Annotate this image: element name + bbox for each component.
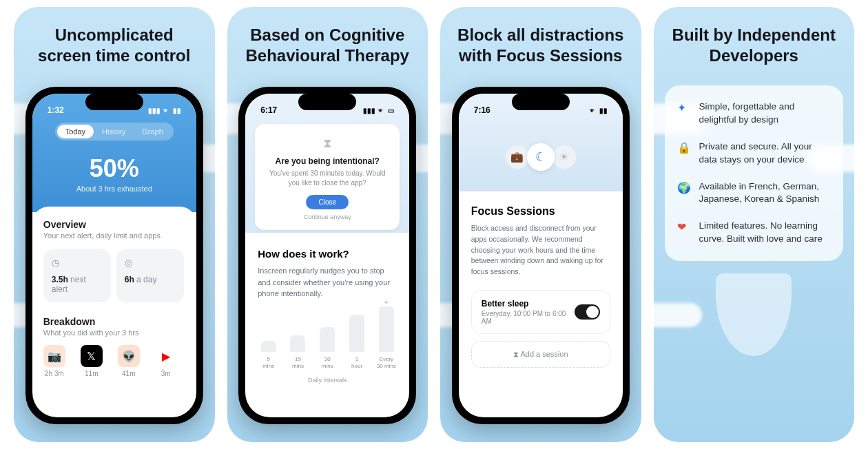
battery-icon: ▮▮ [173, 107, 181, 114]
feature-text: Private and secure. All your data stays … [699, 140, 831, 167]
feature-text: Simple, forgettable and delightful by de… [699, 101, 831, 127]
status-icons: ᯤ ▮▮ [590, 107, 608, 114]
how-desc: Inscreen regularly nudges you to stop an… [258, 265, 397, 300]
feature-icon: ✦ [677, 101, 691, 114]
bar-fill [349, 315, 364, 352]
notch [512, 94, 570, 110]
app-time: 2h 3m [43, 370, 65, 377]
bar-fill [290, 335, 305, 352]
close-button[interactable]: Close [306, 195, 349, 209]
status-icons: ▮▮▮ ᯤ ▮▮ [148, 107, 181, 114]
screenshot-panel-4: Built by Independent Developers ✦ Simple… [654, 7, 855, 442]
phone-frame: 6:17 ▮▮▮ ᯤ ▭ ⧗ Are you being intentional… [238, 87, 416, 424]
feature-icon: 🔒 [677, 141, 691, 154]
continue-link[interactable]: Continue anyway [265, 213, 390, 220]
breakdown-title: Breakdown [43, 316, 185, 327]
feature-text: Available in French, German, Japanese, K… [699, 180, 831, 207]
hourglass-small-icon: ⧗ [513, 350, 519, 358]
bar-fill [379, 306, 394, 352]
x-icon: 𝕏 [81, 345, 103, 367]
headline: Built by Independent Developers [654, 7, 855, 74]
feature-icon: ❤ [677, 220, 691, 233]
battery-icon: ▭ [388, 107, 394, 114]
stat-card[interactable]: ◎ 6h a day [116, 249, 184, 302]
how-title: How does it work? [258, 248, 397, 260]
youtube-icon: ▶ [155, 345, 177, 367]
target-icon: ◎ [125, 258, 176, 268]
clock-icon: ◷ [52, 258, 103, 268]
bar-top-label: ∞ [384, 300, 388, 305]
app-time: 41m [118, 370, 140, 377]
tab-history[interactable]: History [94, 125, 134, 138]
phone-frame: 1:32 ▮▮▮ ᯤ ▮▮ Today History Graph 50% Ab… [25, 87, 203, 424]
battery-icon: ▮▮ [599, 107, 608, 114]
app-item-reddit[interactable]: 👽 41m [118, 345, 140, 377]
interval-bar[interactable]: 1hour [347, 315, 368, 369]
bar-label: 15mins [292, 356, 304, 369]
focus-desc: Block access and disconnect from your ap… [471, 223, 610, 278]
feature-row: ✦ Simple, forgettable and delightful by … [677, 101, 831, 127]
day-mode-icon[interactable]: ☀ [552, 145, 576, 169]
status-icons: ▮▮▮ ᯤ ▭ [363, 107, 394, 114]
tab-today[interactable]: Today [57, 125, 94, 138]
interval-bar[interactable]: 15mins [287, 335, 309, 369]
wifi-icon: ᯤ [378, 107, 385, 114]
status-time: 1:32 [48, 105, 64, 115]
breakdown-sub: What you did with your 3 hrs [43, 328, 185, 337]
percentage: 50% [32, 154, 196, 183]
signal-icon: ▮▮▮ [148, 107, 161, 114]
sleep-mode-icon[interactable]: ☾ [527, 143, 555, 171]
app-item-x[interactable]: 𝕏 11m [81, 345, 103, 377]
session-time: Everyday, 10:00 PM to 6:00 AM [482, 310, 575, 325]
segmented-control[interactable]: Today History Graph [55, 123, 174, 140]
interval-bar[interactable]: 30mins [317, 327, 338, 369]
bar-fill [261, 341, 276, 352]
wifi-icon: ᯤ [590, 107, 597, 114]
screenshot-panel-2: Based on Cognitive Behavioural Therapy 6… [227, 7, 428, 442]
screenshot-panel-3: Block all distractions with Focus Sessio… [440, 7, 641, 442]
tab-graph[interactable]: Graph [134, 125, 172, 138]
app-item-instagram[interactable]: 📷 2h 3m [43, 345, 65, 377]
bar-label: 5mins [262, 356, 274, 369]
modal-title: Are you being intentional? [265, 156, 390, 166]
feature-row: ❤ Limited features. No learning curve. B… [677, 220, 831, 246]
headline: Block all distractions with Focus Sessio… [440, 7, 641, 74]
modal-text: You've spent 30 minutes today. Would you… [265, 169, 390, 188]
session-row[interactable]: Better sleep Everyday, 10:00 PM to 6:00 … [471, 290, 610, 334]
intentional-modal: ⧗ Are you being intentional? You've spen… [255, 124, 400, 230]
feature-row: 🌍 Available in French, German, Japanese,… [677, 180, 831, 207]
app-item-youtube[interactable]: ▶ 3m [155, 345, 177, 377]
wifi-icon: ᯤ [163, 107, 170, 114]
notch [298, 94, 356, 110]
feature-card: ✦ Simple, forgettable and delightful by … [665, 85, 844, 261]
headline: Uncomplicated screen time control [14, 7, 215, 74]
overview-title: Overview [43, 219, 185, 230]
phone-frame: 7:16 ᯤ ▮▮ 💼 ☾ ☀ Focus Sessions Block acc… [452, 87, 630, 424]
interval-bar[interactable]: ∞ Every30 mins [375, 300, 397, 370]
bar-label: 30mins [322, 356, 333, 369]
stat-text: 6h a day [125, 275, 176, 284]
app-time: 11m [81, 370, 103, 377]
focus-title: Focus Sessions [471, 205, 610, 218]
signal-icon: ▮▮▮ [363, 107, 375, 114]
bar-label: 1hour [351, 356, 362, 369]
feature-icon: 🌍 [677, 181, 691, 194]
screenshot-panel-1: Uncomplicated screen time control 1:32 ▮… [14, 7, 215, 442]
shield-graphic [716, 273, 792, 356]
mode-selector[interactable]: 💼 ☾ ☀ [506, 143, 576, 171]
headline: Based on Cognitive Behavioural Therapy [227, 7, 428, 74]
add-session-button[interactable]: ⧗ Add a session [471, 341, 610, 368]
interval-bar[interactable]: 5mins [258, 341, 279, 369]
status-time: 6:17 [260, 105, 277, 115]
reddit-icon: 👽 [118, 345, 140, 367]
session-name: Better sleep [482, 299, 575, 309]
bar-label: Every30 mins [377, 356, 396, 369]
app-time: 3m [155, 370, 177, 377]
hourglass-icon: ⧗ [265, 136, 390, 151]
stat-text: 3.5h next alert [52, 275, 103, 294]
session-toggle[interactable] [575, 304, 600, 320]
interval-label: Daily Intervals [258, 377, 397, 384]
work-mode-icon[interactable]: 💼 [506, 145, 529, 169]
notch [85, 94, 143, 110]
stat-card[interactable]: ◷ 3.5h next alert [43, 249, 111, 302]
